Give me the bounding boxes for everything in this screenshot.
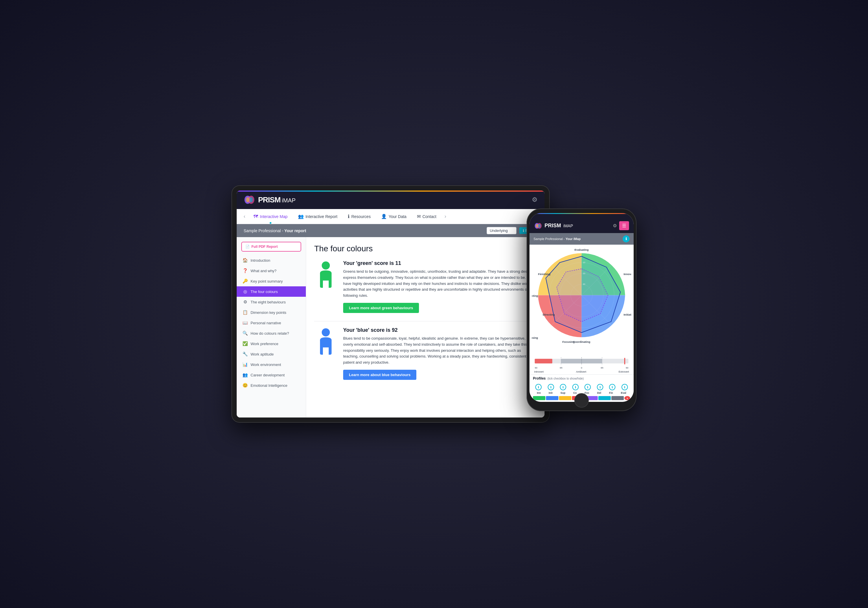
svg-text:Directing: Directing [543,313,555,316]
introvert-extrovert-bar: 90 65 0 65 90 [532,355,631,369]
gear-icon[interactable]: ⚙ [532,196,538,204]
sidebar-item-eight-behaviours[interactable]: ⚙ The eight behaviours [237,297,306,307]
map-icon: 🗺 [253,214,258,219]
phone-home-button[interactable] [574,393,589,407]
svg-point-3 [250,197,253,202]
sidebar-item-emotional-intelligence[interactable]: 😊 Emotional Intelligence [237,380,306,390]
profile-co-info[interactable]: ℹ [572,384,579,390]
main-layout: 📄 Full PDF Report 🏠 Introduction ❓ What … [237,237,544,417]
swatch-blue [546,396,558,400]
phone-info-button[interactable]: ℹ [623,235,629,243]
svg-text:30: 30 [583,283,585,286]
profile-foc-info[interactable]: ℹ [584,384,591,390]
svg-point-4 [322,261,330,269]
phone-header: PRISM iMAP ⚙ ☰ [530,213,634,233]
sidebar-item-what-and-why[interactable]: ❓ What and why? [237,266,306,276]
phone-device: PRISM iMAP ⚙ ☰ Sample Professional - You… [527,208,637,411]
gear-small-icon: ⚙ [242,299,248,305]
logo-area: PRISM iMAP [243,194,296,205]
sidebar-item-work-preference[interactable]: ✅ Work preference [237,339,306,349]
profile-label-del: Del [597,392,601,394]
blue-score-text: Your 'blue' score is 92 Blues tend to be… [343,327,536,380]
phone-screen: PRISM iMAP ⚙ ☰ Sample Professional - You… [530,213,634,402]
profile-eval-info[interactable]: ℹ [622,384,628,390]
svg-text:Directing: Directing [532,294,538,297]
smile-icon: 😊 [242,383,248,388]
sidebar-item-how-do-colours-relate[interactable]: 🔍 How do colours relate? [237,328,306,339]
green-person-svg [316,260,336,292]
svg-point-5 [322,328,330,336]
svg-text:65: 65 [560,367,563,369]
sidebar: 📄 Full PDF Report 🏠 Introduction ❓ What … [237,237,306,417]
phone-hamburger-button[interactable]: ☰ [619,221,629,230]
svg-text:0: 0 [581,367,583,369]
nav-item-resources[interactable]: ℹ Resources [343,211,375,221]
user-icon: 👤 [381,214,387,219]
full-pdf-report-button[interactable]: 📄 Full PDF Report [241,242,301,252]
underlying-dropdown[interactable]: Underlying Adapted [487,227,516,234]
tablet-device: PRISM iMAP ⚙ ‹ 🗺 Interactive Map 👥 Inter… [231,185,550,423]
phone-header-icons: ⚙ ☰ [613,221,629,230]
svg-text:Finishing: Finishing [538,272,550,276]
sidebar-item-work-aptitude[interactable]: 🔧 Work aptitude [237,349,306,359]
svg-text:65: 65 [601,367,603,369]
phone-header-stripe [530,213,634,214]
sidebar-item-key-point-summary[interactable]: 🔑 Key point summary [237,276,306,286]
nav-next-arrow[interactable]: › [442,212,448,221]
extrovert-label: Extrovert [618,370,629,373]
nav-item-interactive-map[interactable]: 🗺 Interactive Map [249,211,292,221]
profile-label-fin: Fin [609,392,613,394]
svg-text:Innovating: Innovating [623,272,631,276]
profile-inn-info[interactable]: ℹ [535,384,542,390]
content-area: Sample Professional - Your report Underl… [237,224,544,417]
phone-report-title: Sample Professional - Your iMap [533,237,581,241]
nav-item-interactive-report[interactable]: 👥 Interactive Report [293,211,342,221]
nav-item-your-data[interactable]: 👤 Your Data [377,211,411,221]
profiles-icons-row: ℹ ℹ ℹ ℹ ℹ ℹ ℹ ℹ [533,384,630,390]
profile-sup-info[interactable]: ℹ [560,384,566,390]
phone-logo-area: PRISM iMAP [534,222,573,230]
svg-text:Evaluating: Evaluating [575,248,589,251]
green-figure-icon [314,260,337,313]
svg-point-8 [536,224,538,227]
green-score-desc: Greens tend to be outgoing, innovative, … [343,269,536,299]
header-stripe [237,191,544,192]
sidebar-item-personal-narrative[interactable]: 📖 Personal narrative [237,317,306,328]
book-icon: 📖 [242,320,248,325]
nav-item-contact[interactable]: ✉ Contact [412,211,441,221]
circle-icon: ◎ [242,289,248,294]
sidebar-item-dimension-key-points[interactable]: 📋 Dimension key points [237,307,306,317]
sidebar-item-work-environment[interactable]: 📊 Work environment [237,359,306,370]
phone-brain-icon [534,222,542,230]
learn-more-blue-button[interactable]: Learn more about blue behaviours [343,370,416,380]
blue-score-section: Your 'blue' score is 92 Blues tend to be… [314,327,536,380]
svg-text:90: 90 [535,367,537,369]
sidebar-item-career-development[interactable]: 👥 Career development [237,370,306,380]
profile-init-info[interactable]: ℹ [548,384,554,390]
swatch-circle-red: ● [625,396,630,400]
report-icon: 👥 [298,214,304,219]
blue-figure-icon [314,327,337,380]
profile-del-info[interactable]: ℹ [597,384,603,390]
pdf-icon: 📄 [245,245,250,249]
sidebar-item-introduction[interactable]: 🏠 Introduction [237,255,306,266]
report-header: Sample Professional - Your report Underl… [237,224,544,237]
nav-prev-arrow[interactable]: ‹ [241,212,248,221]
svg-rect-33 [535,359,552,364]
learn-more-green-button[interactable]: Learn more about green behaviours [343,303,419,313]
question-icon: ❓ [242,268,248,273]
key-icon: 🔑 [242,278,248,284]
nav-bar: ‹ 🗺 Interactive Map 👥 Interactive Report… [237,209,544,224]
page-content: The four colours [306,237,544,417]
profile-fin-info[interactable]: ℹ [609,384,615,390]
sidebar-item-four-colours[interactable]: ◎ The four colours [237,286,306,297]
mail-icon: ✉ [417,214,421,219]
introvert-label: Introvert [534,370,544,373]
bar-chart-icon: 📊 [242,362,248,367]
clipboard-icon: 📋 [242,310,248,315]
blue-score-desc: Blues tend to be compassionate, loyal, h… [343,336,536,365]
phone-gear-icon[interactable]: ⚙ [613,223,617,229]
report-title: Sample Professional - Your report [243,229,306,233]
green-score-text: Your 'green' score is 11 Greens tend to … [343,260,536,313]
bar-section: 90 65 0 65 90 Introvert Ambivert Extrove… [530,353,634,374]
